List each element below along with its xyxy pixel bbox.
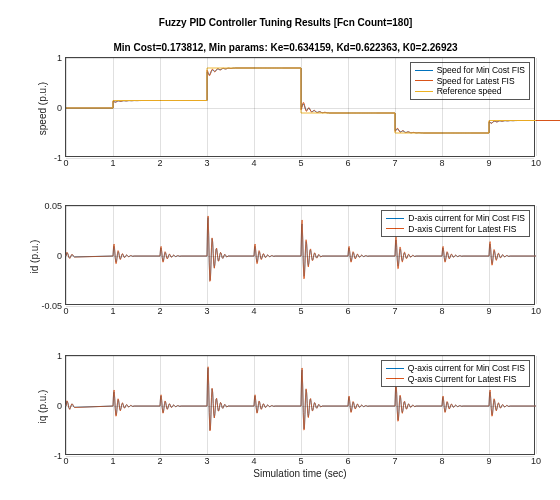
legend-entry: Q-axis current for Min Cost FIS	[386, 363, 525, 374]
xtick: 8	[439, 456, 444, 466]
xtick: 9	[486, 306, 491, 316]
ytick: 0	[57, 251, 62, 261]
xtick: 7	[392, 158, 397, 168]
xtick: 8	[439, 306, 444, 316]
legend-entry: Speed for Min Cost FIS	[415, 65, 525, 76]
legend-entry: Speed for Latest FIS	[415, 76, 525, 87]
legend-label: D-axis current for Min Cost FIS	[408, 213, 525, 224]
title-line-2: Min Cost=0.173812, Min params: Ke=0.6341…	[114, 42, 458, 53]
ytick: 0.05	[44, 201, 62, 211]
xtick: 6	[345, 456, 350, 466]
legend-id[interactable]: D-axis current for Min Cost FISD-axis Cu…	[381, 210, 530, 237]
xtick: 3	[204, 306, 209, 316]
title-line-1: Fuzzy PID Controller Tuning Results [Fcn…	[159, 17, 412, 28]
legend-label: Q-axis current for Min Cost FIS	[408, 363, 525, 374]
ytick: -1	[54, 153, 62, 163]
legend-label: Q-axis Current for Latest FIS	[408, 374, 517, 385]
xtick: 2	[157, 456, 162, 466]
xtick: 10	[531, 306, 541, 316]
xtick: 5	[298, 456, 303, 466]
xtick: 10	[531, 456, 541, 466]
xtick: 5	[298, 306, 303, 316]
xtick: 4	[251, 158, 256, 168]
legend-label: Speed for Min Cost FIS	[437, 65, 525, 76]
xtick: 9	[486, 158, 491, 168]
xtick: 7	[392, 306, 397, 316]
axes-speed[interactable]: speed (p.u.) Speed for Min Cost FISSpeed…	[65, 57, 535, 157]
axes-id[interactable]: id (p.u.) D-axis current for Min Cost FI…	[65, 205, 535, 305]
ylabel-id: id (p.u.)	[29, 240, 40, 274]
ylabel-iq: iq (p.u.)	[37, 390, 48, 424]
legend-speed[interactable]: Speed for Min Cost FISSpeed for Latest F…	[410, 62, 530, 100]
xtick: 2	[157, 158, 162, 168]
xlabel: Simulation time (sec)	[253, 468, 346, 479]
xtick: 2	[157, 306, 162, 316]
axes-iq[interactable]: iq (p.u.) Simulation time (sec) Q-axis c…	[65, 355, 535, 455]
ytick: 1	[57, 53, 62, 63]
xtick: 4	[251, 306, 256, 316]
figure-window: Fuzzy PID Controller Tuning Results [Fcn…	[0, 0, 560, 500]
xtick: 1	[110, 158, 115, 168]
xtick: 0	[63, 158, 68, 168]
ytick: -1	[54, 451, 62, 461]
xtick: 3	[204, 158, 209, 168]
xtick: 1	[110, 306, 115, 316]
ytick: 0	[57, 103, 62, 113]
xtick: 5	[298, 158, 303, 168]
legend-entry: D-axis Current for Latest FIS	[386, 224, 525, 235]
xtick: 10	[531, 158, 541, 168]
xtick: 3	[204, 456, 209, 466]
xtick: 0	[63, 306, 68, 316]
xtick: 0	[63, 456, 68, 466]
legend-entry: Q-axis Current for Latest FIS	[386, 374, 525, 385]
legend-label: Speed for Latest FIS	[437, 76, 515, 87]
legend-entry: Reference speed	[415, 86, 525, 97]
xtick: 6	[345, 158, 350, 168]
xtick: 8	[439, 158, 444, 168]
xtick: 4	[251, 456, 256, 466]
ytick: 1	[57, 351, 62, 361]
legend-label: Reference speed	[437, 86, 502, 97]
xtick: 9	[486, 456, 491, 466]
ytick: -0.05	[41, 301, 62, 311]
xtick: 1	[110, 456, 115, 466]
ytick: 0	[57, 401, 62, 411]
legend-label: D-axis Current for Latest FIS	[408, 224, 516, 235]
legend-iq[interactable]: Q-axis current for Min Cost FISQ-axis Cu…	[381, 360, 530, 387]
xtick: 7	[392, 456, 397, 466]
ylabel-speed: speed (p.u.)	[37, 82, 48, 135]
legend-entry: D-axis current for Min Cost FIS	[386, 213, 525, 224]
xtick: 6	[345, 306, 350, 316]
